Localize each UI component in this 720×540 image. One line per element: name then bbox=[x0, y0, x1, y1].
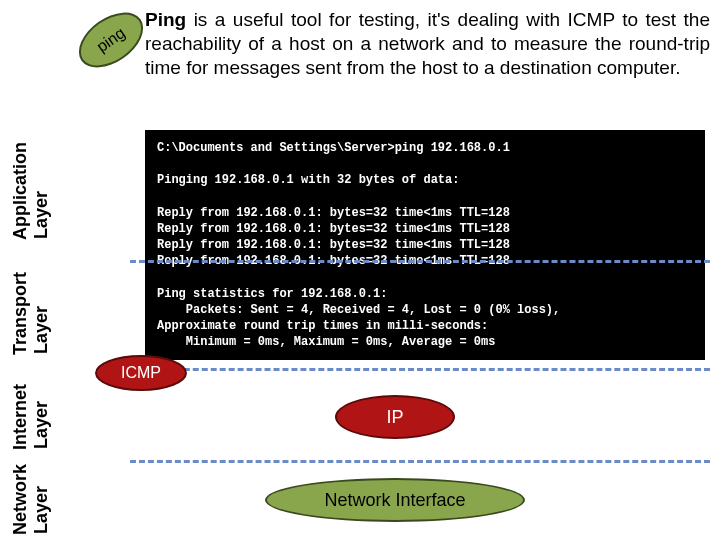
icmp-badge: ICMP bbox=[95, 355, 187, 391]
terminal-line: Reply from 192.168.0.1: bytes=32 time<1m… bbox=[157, 238, 510, 252]
terminal-line: Reply from 192.168.0.1: bytes=32 time<1m… bbox=[157, 222, 510, 236]
layer-sub: Layer bbox=[31, 305, 52, 355]
terminal-line: Packets: Sent = 4, Received = 4, Lost = … bbox=[157, 303, 560, 317]
icmp-badge-text: ICMP bbox=[121, 364, 161, 382]
terminal-line: Pinging 192.168.0.1 with 32 bytes of dat… bbox=[157, 173, 459, 187]
layer-label-application: Application Layer bbox=[10, 190, 52, 240]
terminal-line: Approximate round trip times in milli-se… bbox=[157, 319, 488, 333]
layer-sub: Layer bbox=[31, 400, 52, 450]
ip-badge-text: IP bbox=[386, 407, 403, 428]
description-bold: Ping bbox=[145, 9, 186, 30]
terminal-output: C:\Documents and Settings\Server>ping 19… bbox=[145, 130, 705, 360]
ping-badge: ping bbox=[69, 1, 153, 78]
layer-divider bbox=[130, 260, 710, 263]
description-text: is a useful tool for testing, it's deali… bbox=[145, 9, 710, 78]
layer-label-network: Network Layer bbox=[10, 485, 52, 535]
netif-badge-text: Network Interface bbox=[324, 490, 465, 511]
layer-label-internet: Internet Layer bbox=[10, 400, 52, 450]
layer-main: Network bbox=[10, 464, 31, 535]
ping-badge-text: ping bbox=[93, 24, 128, 56]
terminal-line: Ping statistics for 192.168.0.1: bbox=[157, 287, 387, 301]
layer-main: Internet bbox=[10, 384, 31, 450]
terminal-line: Minimum = 0ms, Maximum = 0ms, Average = … bbox=[157, 335, 495, 349]
layer-divider bbox=[130, 460, 710, 463]
layer-divider bbox=[130, 368, 710, 371]
layer-main: Transport bbox=[10, 272, 31, 355]
terminal-line: C:\Documents and Settings\Server>ping 19… bbox=[157, 141, 510, 155]
layer-sub: Layer bbox=[31, 190, 52, 240]
layer-label-transport: Transport Layer bbox=[10, 305, 52, 355]
network-interface-badge: Network Interface bbox=[265, 478, 525, 522]
ip-badge: IP bbox=[335, 395, 455, 439]
layer-sub: Layer bbox=[31, 485, 52, 535]
layer-main: Application bbox=[10, 142, 31, 240]
terminal-line: Reply from 192.168.0.1: bytes=32 time<1m… bbox=[157, 206, 510, 220]
description-paragraph: Ping is a useful tool for testing, it's … bbox=[145, 8, 710, 79]
